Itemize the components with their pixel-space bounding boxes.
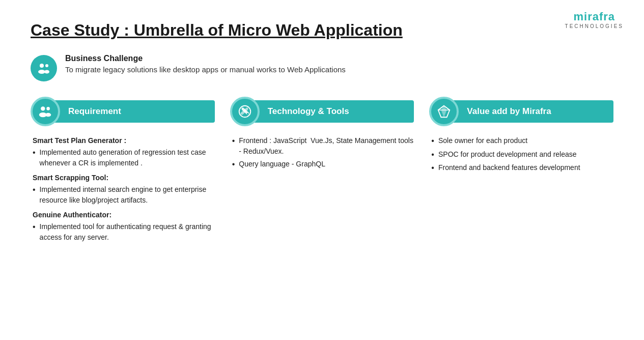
value-content: Sole owner for each product SPOC for pro…: [429, 135, 613, 176]
req-section-2-title: Smart Scrapping Tool:: [33, 173, 215, 183]
value-bullets: Sole owner for each product SPOC for pro…: [431, 135, 613, 174]
requirement-content: Smart Test Plan Generator : Implemented …: [31, 135, 215, 245]
challenge-text: Business Challenge To migrate legacy sol…: [65, 54, 346, 74]
req-section-2-bullets: Implemented internal search engine to ge…: [33, 184, 215, 206]
challenge-desc: To migrate legacy solutions like desktop…: [65, 65, 346, 74]
svg-point-4: [41, 107, 45, 111]
logo-sub: TECHNOLOGIES: [565, 23, 624, 29]
requirement-icon-circle: [31, 97, 60, 126]
requirement-title: Requirement: [53, 100, 215, 123]
list-item: Query language - GraphQL: [232, 159, 414, 170]
req-section-3-bullets: Implemented tool for authenticating requ…: [33, 221, 215, 243]
requirement-header: Requirement: [31, 97, 215, 126]
value-column: Value add by Mirafra Sole owner for each…: [429, 97, 613, 245]
technology-header: Technology & Tools: [230, 97, 414, 126]
req-section-3-title: Genuine Authenticator:: [33, 210, 215, 220]
svg-point-7: [45, 113, 51, 117]
svg-point-5: [46, 107, 50, 110]
list-item: Implemented auto generation of regressio…: [33, 147, 215, 168]
page: mirafra TECHNOLOGIES Case Study : Umbrel…: [0, 0, 644, 340]
logo: mirafra TECHNOLOGIES: [565, 10, 624, 29]
logo-brand: mirafra: [565, 10, 624, 23]
value-title: Value add by Mirafra: [452, 100, 613, 123]
list-item: Frontend : JavaScript Vue.Js, State Mana…: [232, 135, 414, 157]
tech-bullets: Frontend : JavaScript Vue.Js, State Mana…: [232, 135, 414, 170]
columns-container: Requirement Smart Test Plan Generator : …: [31, 97, 613, 245]
list-item: SPOC for product development and release: [431, 149, 613, 160]
list-item: Implemented tool for authenticating requ…: [33, 221, 215, 243]
technology-icon-circle: [230, 97, 260, 126]
list-item: Frontend and backend features developmen…: [431, 162, 613, 174]
value-header: Value add by Mirafra: [429, 97, 613, 126]
svg-point-3: [44, 70, 49, 74]
business-challenge-icon: [31, 55, 57, 81]
technology-title: Technology & Tools: [253, 100, 414, 123]
list-item: Implemented internal search engine to ge…: [33, 184, 215, 206]
technology-column: Technology & Tools Frontend : JavaScript…: [230, 97, 414, 245]
challenge-label: Business Challenge: [65, 54, 346, 63]
requirement-column: Requirement Smart Test Plan Generator : …: [31, 97, 215, 245]
svg-point-0: [40, 64, 44, 68]
svg-point-1: [45, 64, 48, 67]
business-challenge-section: Business Challenge To migrate legacy sol…: [31, 54, 613, 81]
list-item: Sole owner for each product: [431, 135, 613, 147]
req-section-1-bullets: Implemented auto generation of regressio…: [33, 147, 215, 168]
technology-content: Frontend : JavaScript Vue.Js, State Mana…: [230, 135, 414, 172]
svg-point-9: [246, 113, 248, 115]
page-title: Case Study : Umbrella of Micro Web Appli…: [31, 20, 613, 40]
svg-point-2: [38, 70, 45, 74]
req-section-1-title: Smart Test Plan Generator :: [33, 135, 215, 146]
